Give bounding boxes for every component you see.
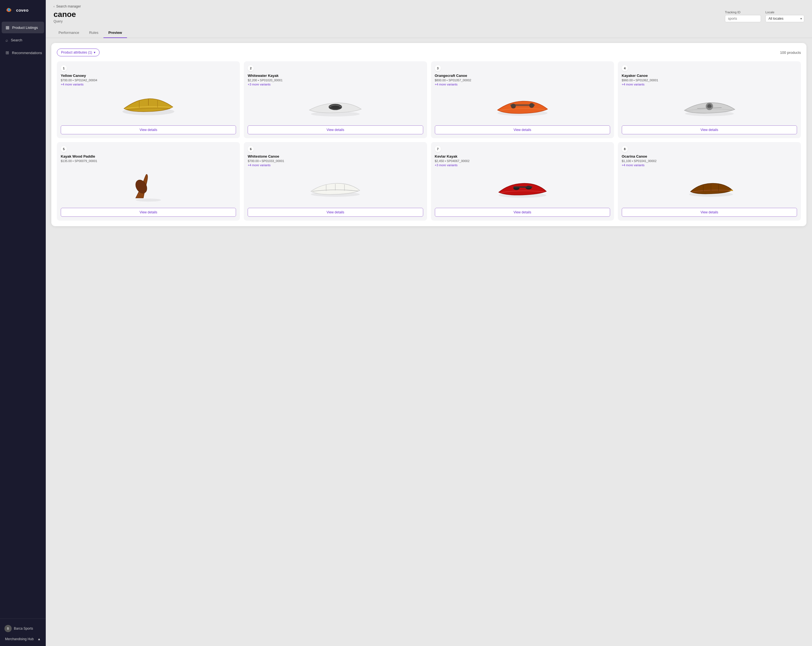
tabs: Performance Rules Preview	[46, 28, 812, 38]
page-title: canoe	[53, 10, 76, 19]
logo-area: coveo	[0, 0, 46, 20]
product-card: 8 Ocarina Canoe $1,100 • SP01041_00002 +…	[618, 142, 801, 220]
tracking-id-group: Tracking ID	[725, 11, 761, 22]
product-meta: $135.00 • SP00079_00001	[61, 159, 236, 162]
product-card: 2 Whitewater Kayak $2,200 • SP01020_0000…	[244, 61, 427, 138]
product-meta: $2,200 • SP01020_00001	[248, 78, 423, 82]
product-card: 4 Kayaker Canoe $960.00 • SP01062_00001 …	[618, 61, 801, 138]
product-name: Kayak Wood Paddle	[61, 154, 236, 158]
logo-text: coveo	[16, 8, 29, 12]
product-attributes-button[interactable]: Product attributes (1) ▾	[57, 49, 99, 56]
product-number: 3	[435, 65, 441, 71]
sidebar-item-search[interactable]: ⌕ Search	[2, 34, 44, 46]
product-number: 1	[61, 65, 67, 71]
tab-rules-label: Rules	[89, 31, 98, 35]
view-details-button[interactable]: View details	[61, 126, 236, 134]
product-image-area	[61, 171, 236, 205]
product-name: Yellow Canoey	[61, 73, 236, 78]
merch-hub-label: Merchandising Hub	[5, 637, 34, 641]
product-variants[interactable]: +4 more variants	[61, 83, 236, 86]
chevron-up-icon: ▲	[37, 637, 41, 641]
view-details-button[interactable]: View details	[435, 208, 610, 217]
product-meta: $800.00 • SP01057_00002	[435, 78, 610, 82]
product-number: 2	[248, 65, 254, 71]
product-card: 7 Kevlar Kayak $2,450 • SP04067_00002 +3…	[431, 142, 614, 220]
product-image-area	[622, 89, 797, 122]
sidebar-item-product-listings[interactable]: ▦ Product Listings	[2, 21, 44, 33]
sidebar-item-recommendations[interactable]: ⊞ Recommendations	[2, 47, 44, 58]
product-name: Ocarina Canoe	[622, 154, 797, 158]
sidebar-item-label: Product Listings	[12, 26, 38, 30]
tab-performance-label: Performance	[58, 31, 79, 35]
product-variants[interactable]: +3 more variants	[248, 83, 423, 86]
avatar: B	[5, 625, 12, 632]
product-variants[interactable]: +4 more variants	[248, 164, 423, 167]
locale-group: Locale All locales English French Spanis…	[765, 11, 804, 22]
svg-point-16	[136, 199, 161, 202]
product-meta: $1,100 • SP01041_00002	[622, 159, 797, 162]
tab-preview-label: Preview	[108, 31, 122, 35]
product-listings-icon: ▦	[6, 25, 9, 30]
product-variants[interactable]: +4 more variants	[622, 83, 797, 86]
breadcrumb[interactable]: ‹ Search manager	[53, 5, 804, 8]
sidebar-nav: ▦ Product Listings ⌕ Search ⊞ Recommenda…	[0, 20, 46, 618]
product-name: Kayaker Canoe	[622, 73, 797, 78]
product-number: 7	[435, 146, 441, 152]
locale-select[interactable]: All locales English French Spanish	[765, 15, 804, 22]
product-count: 100 products	[780, 51, 801, 55]
product-number: 8	[622, 146, 628, 152]
product-image-area	[622, 170, 797, 205]
tab-preview[interactable]: Preview	[104, 28, 127, 38]
preview-panel: Product attributes (1) ▾ 100 products 1 …	[51, 43, 806, 226]
product-number: 5	[61, 146, 67, 152]
breadcrumb-label: Search manager	[56, 5, 81, 8]
sidebar-bottom: B Barca Sports Merchandising Hub ▲	[0, 618, 46, 646]
search-nav-icon: ⌕	[6, 38, 8, 43]
product-attrs-label: Product attributes (1)	[61, 51, 92, 54]
header-outer: ‹ Search manager canoe Query Tracking ID…	[46, 0, 812, 38]
product-number: 6	[248, 146, 254, 152]
product-image-area	[435, 89, 610, 122]
coveo-logo-icon	[4, 5, 14, 15]
sidebar-item-label: Search	[11, 38, 22, 42]
tracking-id-input[interactable]	[725, 15, 761, 22]
sidebar-item-label: Recommendations	[12, 51, 42, 55]
product-meta: $960.00 • SP01062_00001	[622, 78, 797, 82]
product-card: 6 Whitestone Canoe $700.00 • SP01033_000…	[244, 142, 427, 220]
view-details-button[interactable]: View details	[61, 208, 236, 217]
view-details-button[interactable]: View details	[622, 208, 797, 217]
main-content: ‹ Search manager canoe Query Tracking ID…	[46, 0, 812, 646]
product-meta: $700.00 • SP01042_00004	[61, 78, 236, 82]
tab-rules[interactable]: Rules	[84, 28, 103, 38]
preview-toolbar: Product attributes (1) ▾ 100 products	[57, 49, 801, 56]
product-variants[interactable]: +4 more variants	[435, 83, 610, 86]
product-image-area	[248, 170, 423, 205]
back-arrow-icon: ‹	[53, 5, 55, 8]
merchandising-hub-item[interactable]: Merchandising Hub ▲	[3, 634, 43, 642]
product-number: 4	[622, 65, 628, 71]
view-details-button[interactable]: View details	[435, 126, 610, 134]
view-details-button[interactable]: View details	[248, 208, 423, 217]
chevron-down-icon: ▾	[94, 51, 95, 54]
view-details-button[interactable]: View details	[248, 126, 423, 134]
user-name: Barca Sports	[14, 626, 33, 631]
tab-performance[interactable]: Performance	[53, 28, 84, 38]
product-name: Kevlar Kayak	[435, 154, 610, 158]
tracking-id-label: Tracking ID	[725, 11, 761, 14]
header: ‹ Search manager canoe Query Tracking ID…	[46, 0, 812, 28]
product-name: Whitestone Canoe	[248, 154, 423, 158]
product-variants[interactable]: +3 more variants	[435, 164, 610, 167]
product-variants[interactable]: +4 more variants	[622, 164, 797, 167]
svg-rect-25	[513, 187, 532, 188]
product-card: 5 Kayak Wood Paddle $135.00 • SP00079_00…	[57, 142, 240, 220]
product-name: Orangecraft Canoe	[435, 73, 610, 78]
product-card: 3 Orangecraft Canoe $800.00 • SP01057_00…	[431, 61, 614, 138]
recommendations-icon: ⊞	[6, 50, 9, 55]
product-card: 1 Yellow Canoey $700.00 • SP01042_00004 …	[57, 61, 240, 138]
product-name: Whitewater Kayak	[248, 73, 423, 78]
view-details-button[interactable]: View details	[622, 126, 797, 134]
product-meta: $2,450 • SP04067_00002	[435, 159, 610, 162]
locale-label: Locale	[765, 11, 804, 14]
product-image-area	[435, 170, 610, 205]
product-grid: 1 Yellow Canoey $700.00 • SP01042_00004 …	[57, 61, 801, 220]
